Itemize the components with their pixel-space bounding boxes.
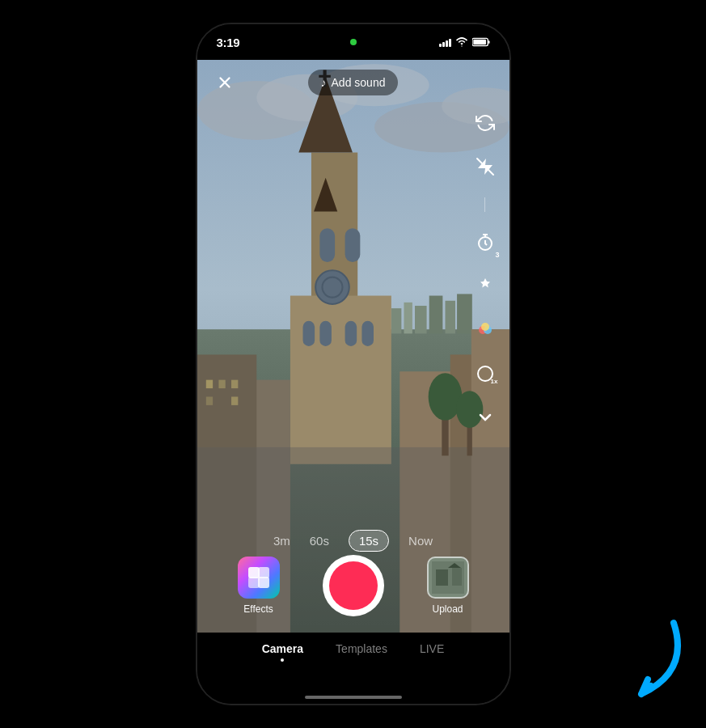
svg-rect-38: [205, 396, 212, 404]
battery-icon: [472, 37, 490, 47]
svg-rect-1: [473, 40, 486, 44]
zoom-button[interactable]: 1x: [471, 359, 500, 388]
svg-rect-37: [231, 380, 238, 388]
svg-rect-12: [415, 306, 427, 333]
more-button[interactable]: [471, 403, 500, 432]
divider: [484, 197, 485, 212]
upload-thumbnail: [427, 557, 469, 599]
nav-templates[interactable]: Templates: [336, 642, 387, 655]
flip-camera-button[interactable]: [471, 108, 500, 138]
add-sound-button[interactable]: ♪ Add sound: [308, 70, 399, 95]
status-icons: [439, 37, 490, 47]
svg-rect-10: [391, 308, 400, 333]
effects-icon: [238, 557, 280, 599]
duration-now[interactable]: Now: [408, 534, 433, 548]
flash-button[interactable]: [471, 152, 500, 181]
bottom-nav: Camera Templates LIVE: [197, 633, 509, 704]
svg-rect-11: [404, 303, 412, 334]
svg-rect-26: [345, 321, 357, 346]
add-sound-label: Add sound: [332, 76, 386, 89]
upload-button[interactable]: Upload: [427, 557, 469, 615]
svg-rect-52: [248, 567, 260, 578]
svg-rect-55: [258, 577, 269, 588]
svg-rect-27: [361, 321, 374, 346]
duration-3m[interactable]: 3m: [273, 534, 290, 548]
svg-rect-23: [345, 228, 360, 262]
svg-rect-25: [319, 321, 332, 346]
status-bar: 3:19: [197, 24, 509, 60]
top-controls: ♪ Add sound: [197, 68, 509, 97]
status-dot: [350, 39, 357, 45]
svg-rect-13: [429, 296, 442, 334]
home-indicator: [305, 696, 402, 699]
upload-thumbnail-image: [432, 561, 464, 594]
beauty-button[interactable]: [471, 272, 500, 301]
nav-camera-dot: [281, 658, 284, 662]
arrow-annotation: [560, 574, 690, 704]
camera-view: ♪ Add sound: [197, 60, 509, 633]
timer-label: 3: [495, 251, 499, 259]
right-controls: 3 1x: [471, 108, 500, 432]
svg-rect-35: [205, 380, 212, 388]
svg-rect-54: [248, 577, 260, 588]
record-button[interactable]: [323, 555, 384, 616]
duration-15s[interactable]: 15s: [349, 530, 389, 552]
svg-rect-57: [436, 569, 448, 586]
svg-point-28: [315, 270, 349, 304]
flip-camera-icon: [476, 113, 495, 133]
nav-templates-label: Templates: [336, 642, 387, 655]
record-inner: [329, 561, 378, 610]
svg-rect-14: [445, 301, 454, 334]
effects-inner-icon: [247, 565, 271, 590]
timer-icon: [476, 233, 495, 252]
phone-frame: 3:19: [196, 23, 511, 705]
svg-rect-22: [319, 228, 335, 262]
filters-icon: [476, 320, 495, 340]
svg-rect-53: [258, 567, 269, 578]
duration-bar: 3m 60s 15s Now: [197, 530, 509, 552]
svg-rect-59: [452, 568, 462, 586]
nav-camera[interactable]: Camera: [262, 642, 303, 655]
filters-button[interactable]: [471, 315, 500, 345]
zoom-label: 1x: [491, 378, 498, 385]
svg-rect-2: [488, 40, 489, 44]
effects-label: Effects: [243, 603, 273, 615]
svg-rect-21: [290, 296, 391, 464]
duration-60s[interactable]: 60s: [310, 534, 329, 548]
effects-button[interactable]: Effects: [238, 557, 280, 615]
beauty-icon: [476, 277, 495, 296]
close-icon: [216, 74, 234, 91]
svg-rect-24: [302, 321, 315, 346]
close-button[interactable]: [210, 68, 239, 97]
music-note-icon: ♪: [321, 76, 327, 89]
status-time: 3:19: [217, 36, 240, 49]
svg-rect-39: [231, 396, 238, 404]
wifi-icon: [455, 37, 468, 47]
camera-controls: Effects Upload: [197, 555, 509, 616]
upload-label: Upload: [432, 603, 463, 615]
flash-icon: [476, 157, 495, 176]
chevron-down-icon: [476, 408, 495, 427]
nav-live-label: LIVE: [420, 642, 444, 655]
svg-rect-15: [457, 294, 472, 333]
nav-live[interactable]: LIVE: [420, 642, 444, 655]
signal-bars: [439, 38, 451, 47]
nav-camera-label: Camera: [262, 642, 303, 655]
timer-button[interactable]: 3: [471, 228, 500, 257]
svg-point-50: [481, 323, 489, 331]
svg-rect-36: [218, 380, 225, 388]
